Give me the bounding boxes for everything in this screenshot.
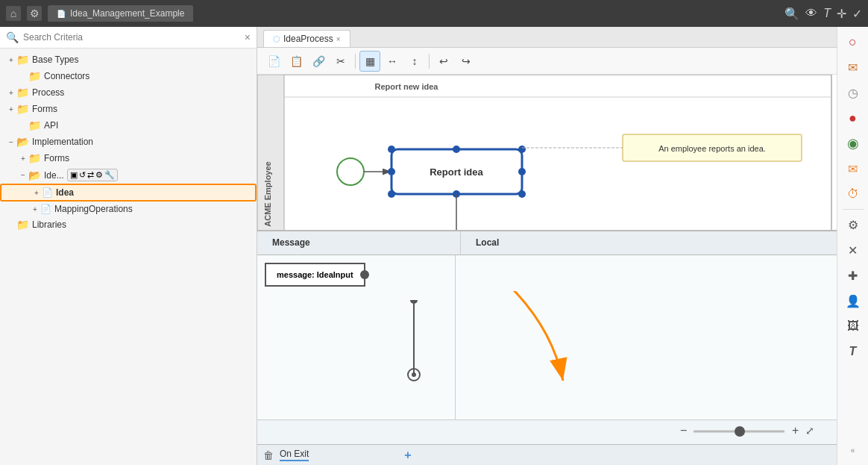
svg-point-14 xyxy=(388,168,395,175)
delete-icon[interactable]: 🗑 xyxy=(263,449,274,461)
folder-icon-forms: 📁 xyxy=(16,103,29,115)
ctx-refresh-icon[interactable]: ↺ xyxy=(79,170,86,180)
tree-item-api[interactable]: 📁 API xyxy=(0,117,257,134)
tree-item-forms[interactable]: + 📁 Forms xyxy=(0,101,257,117)
rp-person-icon[interactable]: 👤 xyxy=(841,289,865,313)
rp-envelope-orange-icon[interactable]: ✉ xyxy=(841,157,865,181)
svg-point-5 xyxy=(337,158,364,185)
ctb-sep2 xyxy=(429,54,430,69)
expander-process[interactable]: + xyxy=(6,87,16,98)
ctb-link-icon[interactable]: 🔗 xyxy=(308,51,329,72)
search-clear-icon[interactable]: × xyxy=(245,31,251,43)
top-bar: ⌂ ⚙ 📄 Idea_Management_Example 🔍 👁 T ✛ ✓ xyxy=(0,0,868,27)
crosshair-tool-icon[interactable]: ✛ xyxy=(837,7,846,21)
canvas-tab[interactable]: ⬡ IdeaProcess × xyxy=(263,30,350,47)
rp-x-icon[interactable]: ✕ xyxy=(841,238,865,262)
ctx-copy-icon[interactable]: ▣ xyxy=(70,170,78,180)
detail-col-message: Message xyxy=(257,231,461,255)
canvas-tab-close-icon[interactable]: × xyxy=(336,35,341,43)
search-tool-icon[interactable]: 🔍 xyxy=(784,7,799,21)
on-exit-label: On Exit xyxy=(280,449,309,461)
tree-item-process[interactable]: + 📁 Process xyxy=(0,84,257,101)
check-tool-icon[interactable]: ✓ xyxy=(852,7,862,21)
ctx-wrench-icon[interactable]: 🔧 xyxy=(104,170,115,180)
add-tab-button[interactable]: + xyxy=(404,449,411,462)
gear-icon[interactable]: ⚙ xyxy=(27,6,42,21)
ctx-settings-icon[interactable]: ⚙ xyxy=(95,170,103,180)
svg-text:Report idea: Report idea xyxy=(430,166,483,178)
tree-item-impl-idea[interactable]: − 📂 Ide... ▣ ↺ ⇄ ⚙ 🔧 xyxy=(0,166,257,184)
expander-implementation[interactable]: − xyxy=(6,137,16,147)
rp-collapse-icon[interactable]: « xyxy=(841,438,865,462)
rp-clock-orange-icon[interactable]: ⏱ xyxy=(841,182,865,206)
folder-icon-libraries: 📁 xyxy=(16,219,29,231)
tree-item-base-types[interactable]: + 📁 Base Types xyxy=(0,52,257,68)
expander-api xyxy=(18,120,28,131)
tree-item-connectors[interactable]: 📁 Connectors xyxy=(0,68,257,84)
rp-plus-icon[interactable]: ✚ xyxy=(841,263,865,287)
eye-tool-icon[interactable]: 👁 xyxy=(805,7,817,20)
canvas-tab-label: IdeaProcess xyxy=(283,34,333,44)
svg-point-12 xyxy=(518,168,526,175)
ctb-copy-icon[interactable]: 📋 xyxy=(286,51,306,72)
ctb-grid-icon[interactable]: ▦ xyxy=(359,51,380,72)
rp-envelope-icon[interactable]: ✉ xyxy=(841,55,865,79)
ctb-new-icon[interactable]: 📄 xyxy=(263,51,284,72)
expander-mapping-ops[interactable]: + xyxy=(30,204,40,214)
label-connectors: Connectors xyxy=(44,71,89,81)
folder-icon-impl-idea: 📂 xyxy=(28,169,41,181)
ctx-link-icon[interactable]: ⇄ xyxy=(87,170,94,180)
detail-message-section: message: IdeaInput xyxy=(257,255,456,419)
text-tool-icon[interactable]: T xyxy=(823,7,831,20)
canvas-toolbar: 📄 📋 🔗 ✂ ▦ ↔ ↕ ↩ ↪ xyxy=(257,48,837,75)
ctb-hfit-icon[interactable]: ↔ xyxy=(382,51,403,72)
rp-circle-green-icon[interactable]: ◉ xyxy=(841,131,865,155)
search-bar: 🔍 × xyxy=(0,27,257,49)
home-icon[interactable]: ⌂ xyxy=(6,6,21,21)
label-base-types: Base Types xyxy=(32,54,78,65)
main-layout: 🔍 × + 📁 Base Types 📁 Connectors + 📁 Proc… xyxy=(0,27,868,465)
rp-gear-icon[interactable]: ⚙ xyxy=(841,213,865,237)
ctb-redo-icon[interactable]: ↪ xyxy=(456,51,477,72)
label-forms: Forms xyxy=(32,104,57,114)
label-libraries: Libraries xyxy=(32,219,66,230)
right-panel: ○ ✉ ◷ ● ◉ ✉ ⏱ ⚙ ✕ ✚ 👤 🖼 T « xyxy=(837,27,868,465)
doc-icon-mapping-ops: 📄 xyxy=(40,204,51,214)
svg-point-38 xyxy=(735,426,745,437)
left-panel: 🔍 × + 📁 Base Types 📁 Connectors + 📁 Proc… xyxy=(0,27,257,465)
search-input[interactable] xyxy=(23,32,240,43)
tree-item-implementation[interactable]: − 📂 Implementation xyxy=(0,134,257,150)
canvas-content[interactable]: ACME Employee Report new idea xyxy=(257,75,837,465)
rp-circle-fill-icon[interactable]: ● xyxy=(841,106,865,130)
connector-svg xyxy=(403,300,425,419)
tree-item-impl-forms[interactable]: + 📁 Forms xyxy=(0,150,257,166)
tree-item-idea[interactable]: + 📄 Idea xyxy=(0,184,257,202)
expander-base-types[interactable]: + xyxy=(6,54,16,65)
file-tab[interactable]: 📄 Idea_Management_Example xyxy=(48,5,193,22)
tab-file-icon: 📄 xyxy=(57,10,66,18)
rp-image-icon[interactable]: 🖼 xyxy=(841,314,865,338)
ctb-undo-icon[interactable]: ↩ xyxy=(433,51,454,72)
rp-clock-icon[interactable]: ◷ xyxy=(841,81,865,104)
rp-circle-red-icon[interactable]: ○ xyxy=(841,30,865,54)
svg-text:Report new idea: Report new idea xyxy=(375,82,439,91)
tree-item-mapping-ops[interactable]: + 📄 MappingOperations xyxy=(0,202,257,216)
detail-local-section xyxy=(456,255,837,419)
canvas-area: ⬡ IdeaProcess × 📄 📋 🔗 ✂ ▦ ↔ ↕ ↩ ↪ xyxy=(257,27,837,465)
expander-impl-idea[interactable]: − xyxy=(18,170,28,181)
svg-text:⤢: ⤢ xyxy=(805,425,814,437)
ctb-vfit-icon[interactable]: ↕ xyxy=(404,51,425,72)
tree-item-libraries[interactable]: 📁 Libraries xyxy=(0,216,257,233)
expander-connectors xyxy=(18,71,28,81)
expander-forms[interactable]: + xyxy=(6,104,16,114)
expander-idea[interactable]: + xyxy=(31,187,42,198)
rp-text-icon[interactable]: T xyxy=(841,340,865,363)
svg-text:−: − xyxy=(680,424,687,437)
detail-header: Message Local xyxy=(257,231,837,255)
expander-impl-forms[interactable]: + xyxy=(18,153,28,163)
ctb-cut-icon[interactable]: ✂ xyxy=(330,51,351,72)
svg-point-13 xyxy=(453,190,460,198)
canvas-tab-icon: ⬡ xyxy=(273,34,280,44)
svg-text:+: + xyxy=(792,424,799,437)
detail-zoom-svg: − + ⤢ xyxy=(673,424,822,439)
